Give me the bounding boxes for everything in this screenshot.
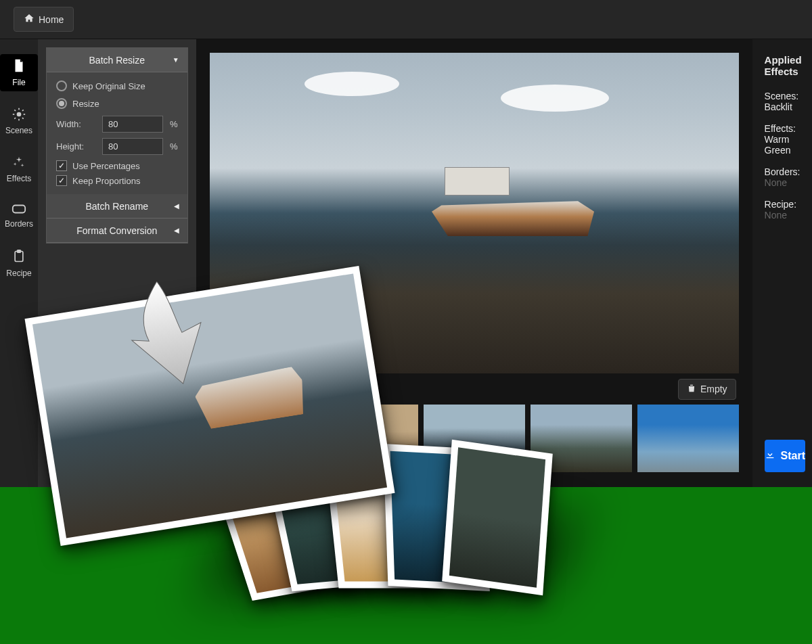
- thumbnail[interactable]: [637, 405, 739, 472]
- section-batch-resize[interactable]: Batch Resize ▼: [47, 48, 187, 72]
- effects-value: Warm Green: [765, 134, 805, 156]
- thumbnail-bar: + Add Images Total 12 pieces Empty: [210, 373, 739, 405]
- section-format-conversion[interactable]: Format Conversion ◀: [47, 218, 187, 243]
- check-label: Keep Proportions: [72, 176, 140, 186]
- border-icon: [12, 204, 26, 216]
- radio-keep-original[interactable]: Keep Original Size: [56, 80, 178, 91]
- pct-symbol: %: [170, 119, 178, 129]
- thumbnail[interactable]: [210, 405, 311, 472]
- width-input[interactable]: [102, 116, 163, 133]
- radio-icon: [56, 80, 67, 91]
- section-title: Batch Resize: [89, 55, 145, 66]
- main-area: File Scenes Effects Borders: [0, 39, 812, 487]
- tab-label: Scenes: [5, 126, 32, 135]
- svg-line-5: [14, 110, 16, 111]
- batch-resize-body: Keep Original Size Resize Width: % Heigh…: [47, 72, 187, 194]
- svg-rect-11: [18, 250, 21, 252]
- tab-scenes[interactable]: Scenes: [0, 104, 38, 139]
- sun-icon: [12, 108, 26, 123]
- chevron-left-icon: ◀: [174, 227, 179, 234]
- effects-label: Effects:: [765, 123, 805, 134]
- section-title: Batch Rename: [85, 201, 148, 212]
- height-input[interactable]: [102, 138, 163, 155]
- panel-box: Batch Resize ▼ Keep Original Size Resize…: [46, 47, 188, 244]
- cloud-decoration: [501, 85, 609, 112]
- tab-recipe[interactable]: Recipe: [0, 245, 38, 282]
- checkbox-icon: ✓: [56, 160, 67, 171]
- tab-label: Recipe: [6, 269, 31, 278]
- home-label: Home: [39, 14, 64, 25]
- side-tabs: File Scenes Effects Borders: [0, 39, 38, 487]
- width-label: Width:: [56, 119, 95, 129]
- svg-line-8: [22, 110, 24, 111]
- svg-point-0: [17, 112, 22, 117]
- home-icon: [24, 13, 35, 26]
- radio-resize[interactable]: Resize: [56, 98, 178, 109]
- section-title: Format Conversion: [76, 225, 157, 236]
- chevron-down-icon: ▼: [173, 56, 179, 64]
- total-count: Total 12 pieces: [283, 383, 355, 395]
- section-batch-rename[interactable]: Batch Rename ◀: [47, 194, 187, 218]
- download-icon: [765, 449, 775, 463]
- tab-borders[interactable]: Borders: [0, 200, 38, 233]
- check-use-percentages[interactable]: ✓ Use Percentages: [56, 160, 178, 171]
- app-window: Home File Scenes Effects: [0, 0, 812, 487]
- recipe-label: Recipe:: [765, 199, 805, 210]
- scenes-row: Scenes: Backlit: [765, 91, 805, 112]
- radio-label: Keep Original Size: [72, 81, 145, 91]
- height-row: Height: %: [56, 138, 178, 155]
- trash-icon: [687, 384, 696, 395]
- borders-row: Borders: None: [765, 166, 805, 188]
- radio-label: Resize: [72, 99, 99, 109]
- height-label: Height:: [56, 141, 95, 152]
- pct-symbol: %: [170, 141, 178, 152]
- recipe-row: Recipe: None: [765, 199, 805, 221]
- add-images-button[interactable]: + Add Images: [212, 384, 271, 394]
- recipe-value: None: [765, 210, 805, 221]
- tab-effects[interactable]: Effects: [0, 152, 38, 187]
- borders-label: Borders:: [765, 166, 805, 177]
- scenes-label: Scenes:: [765, 91, 805, 101]
- svg-rect-9: [13, 206, 25, 213]
- sparkle-icon: [12, 156, 26, 171]
- borders-value: None: [765, 177, 805, 188]
- thumbnail[interactable]: [424, 405, 525, 472]
- clipboard-icon: [12, 249, 26, 266]
- home-button[interactable]: Home: [14, 7, 74, 32]
- boat-decoration: [432, 162, 594, 236]
- thumbnail[interactable]: [531, 405, 632, 472]
- tab-file[interactable]: File: [0, 54, 38, 91]
- empty-button[interactable]: Empty: [678, 379, 736, 400]
- top-bar: Home: [0, 0, 812, 39]
- check-keep-proportions[interactable]: ✓ Keep Proportions: [56, 175, 178, 186]
- start-label: Start: [781, 450, 805, 462]
- check-label: Use Percentages: [72, 161, 140, 171]
- options-panel: Batch Resize ▼ Keep Original Size Resize…: [38, 39, 196, 487]
- tab-label: Effects: [7, 174, 31, 183]
- radio-icon: [56, 98, 67, 109]
- cloud-decoration: [304, 72, 399, 96]
- checkbox-icon: ✓: [56, 175, 67, 186]
- svg-line-6: [22, 118, 24, 119]
- preview-image: [210, 53, 739, 373]
- applied-effects-title: Applied Effects: [765, 54, 805, 77]
- scenes-value: Backlit: [765, 101, 805, 112]
- info-panel: Applied Effects Scenes: Backlit Effects:…: [752, 39, 812, 487]
- tab-label: File: [12, 78, 25, 87]
- width-row: Width: %: [56, 116, 178, 133]
- thumbnail[interactable]: [317, 405, 418, 472]
- empty-label: Empty: [700, 384, 727, 394]
- file-icon: [12, 58, 26, 75]
- preview-pane: + Add Images Total 12 pieces Empty: [196, 39, 752, 487]
- effects-row: Effects: Warm Green: [765, 123, 805, 156]
- thumbnail-row: [210, 405, 739, 479]
- chevron-left-icon: ◀: [174, 202, 179, 210]
- svg-line-7: [14, 118, 16, 119]
- add-images-label: + Add Images: [212, 384, 271, 394]
- tab-label: Borders: [5, 219, 33, 229]
- start-button[interactable]: Start: [765, 440, 805, 472]
